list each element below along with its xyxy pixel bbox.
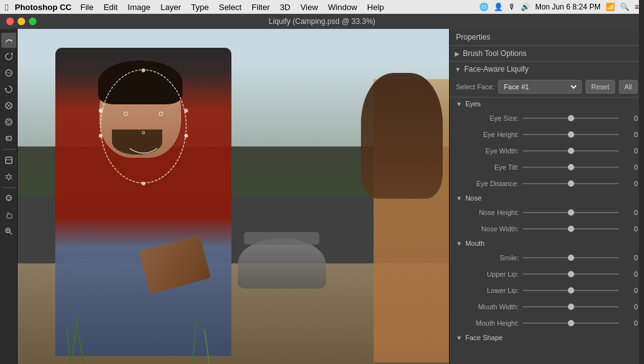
mouth-width-label: Mouth Width: xyxy=(456,303,519,311)
upper-lip-slider[interactable] xyxy=(523,273,619,275)
face-shape-header[interactable]: ▼ Face Shape xyxy=(450,331,644,344)
svg-point-35 xyxy=(142,182,145,185)
nose-height-row: Nose Height: 0 xyxy=(450,204,644,221)
menu-file[interactable]: File xyxy=(75,0,99,14)
menu-layer[interactable]: Layer xyxy=(155,0,186,14)
close-button[interactable] xyxy=(6,18,14,25)
wifi-icon: 📶 xyxy=(606,3,615,11)
reconstruct-tool[interactable] xyxy=(1,49,16,64)
nose-header[interactable]: ▼ Nose xyxy=(450,192,644,204)
smile-slider-container xyxy=(523,253,619,263)
datetime-display: Mon Jun 6 8:24 PM xyxy=(535,3,601,11)
reset-button[interactable]: Reset xyxy=(586,80,615,94)
search-icon[interactable]: 🔍 xyxy=(620,3,630,11)
minimize-button[interactable] xyxy=(18,18,25,25)
mouth-header[interactable]: ▼ Mouth xyxy=(450,237,644,250)
maximize-button[interactable] xyxy=(29,18,36,25)
forward-warp-tool[interactable] xyxy=(1,33,16,48)
eye-distance-slider[interactable] xyxy=(523,183,619,184)
svg-line-13 xyxy=(7,122,9,124)
push-left-tool[interactable] xyxy=(1,131,16,146)
nose-height-slider[interactable] xyxy=(523,212,619,213)
svg-line-11 xyxy=(7,120,9,122)
brush-tool-options-header[interactable]: ▶ Brush Tool Options xyxy=(450,46,644,61)
smile-value: 0 xyxy=(623,254,638,262)
menu-window[interactable]: Window xyxy=(323,0,362,14)
mouth-height-slider[interactable] xyxy=(523,323,619,324)
eye-distance-row: Eye Distance: 0 xyxy=(450,175,644,192)
window-title: Liquify (Camping.psd @ 33.3%) xyxy=(269,17,375,26)
all-button[interactable]: All xyxy=(619,80,638,94)
eye-size-value: 0 xyxy=(623,114,638,122)
eye-distance-label: Eye Distance: xyxy=(456,180,519,187)
bloat-tool[interactable] xyxy=(1,114,16,130)
svg-point-32 xyxy=(99,134,103,138)
toolbar-separator-2 xyxy=(3,187,15,188)
upper-lip-label: Upper Lip: xyxy=(456,270,519,278)
face-tool[interactable] xyxy=(1,191,16,206)
nose-title: Nose xyxy=(465,194,482,202)
mouth-width-value: 0 xyxy=(623,303,638,311)
menu-help[interactable]: Help xyxy=(362,0,389,14)
menu-type[interactable]: Type xyxy=(186,0,214,14)
menu-icon[interactable]: ≡ xyxy=(635,3,639,11)
eyes-header[interactable]: ▼ Eyes xyxy=(450,97,644,110)
face-aware-triangle: ▼ xyxy=(455,66,461,73)
pucker-tool[interactable] xyxy=(1,98,16,113)
face-aware-liquify-section: ▼ Face-Aware Liquify Select Face: Face #… xyxy=(450,62,644,97)
svg-marker-4 xyxy=(4,87,7,89)
brush-tool-options-title: Brush Tool Options xyxy=(463,49,526,58)
menu-edit[interactable]: Edit xyxy=(99,0,123,14)
svg-marker-1 xyxy=(11,52,13,56)
menu-select[interactable]: Select xyxy=(214,0,247,14)
eye-height-slider[interactable] xyxy=(523,134,619,135)
face-shape-triangle: ▼ xyxy=(456,334,462,341)
freeze-mask-tool[interactable] xyxy=(1,153,16,168)
eye-size-label: Eye Size: xyxy=(456,114,519,122)
menubar-right: 🌐 👤 🎙 🔊 Mon Jun 6 8:24 PM 📶 🔍 ≡ xyxy=(479,3,639,11)
eye-width-slider[interactable] xyxy=(523,150,619,152)
mouth-height-row: Mouth Height: 0 xyxy=(450,315,644,331)
eyes-title: Eyes xyxy=(465,100,480,108)
eye-size-slider[interactable] xyxy=(523,118,619,119)
menu-view[interactable]: View xyxy=(296,0,323,14)
eye-tilt-slider[interactable] xyxy=(523,167,619,168)
main-content: Properties ▶ Brush Tool Options ▼ Face-A… xyxy=(0,29,644,364)
traffic-lights xyxy=(6,18,36,25)
nose-width-row: Nose Width: 0 xyxy=(450,221,644,237)
menu-3d[interactable]: 3D xyxy=(275,0,296,14)
smile-slider[interactable] xyxy=(523,257,619,258)
upper-lip-value: 0 xyxy=(623,270,638,278)
zoom-tool[interactable] xyxy=(1,224,16,239)
twirl-clockwise-tool[interactable] xyxy=(1,82,16,97)
scroll-panel[interactable]: ▼ Eyes Eye Size: 0 Eye Height: 0 xyxy=(450,97,644,364)
face-select-dropdown[interactable]: Face #1 Face #2 xyxy=(498,80,582,94)
properties-header: Properties xyxy=(450,29,644,46)
eyes-triangle: ▼ xyxy=(456,101,462,108)
eye-size-slider-container xyxy=(523,113,619,123)
upper-lip-slider-container xyxy=(523,269,619,279)
mouth-height-slider-container xyxy=(523,318,619,328)
eye-height-label: Eye Height: xyxy=(456,131,519,138)
mouth-width-row: Mouth Width: 0 xyxy=(450,299,644,315)
mouth-width-slider[interactable] xyxy=(523,306,619,307)
menu-filter[interactable]: Filter xyxy=(247,0,275,14)
apple-menu[interactable]:  xyxy=(5,2,8,13)
thaw-mask-tool[interactable] xyxy=(1,169,16,184)
menu-image[interactable]: Image xyxy=(123,0,155,14)
canvas-area[interactable] xyxy=(18,29,449,364)
face-aware-liquify-header[interactable]: ▼ Face-Aware Liquify xyxy=(450,62,644,77)
right-panel-scrollbar[interactable] xyxy=(639,29,644,364)
nose-triangle: ▼ xyxy=(456,195,462,202)
toolbar-separator-1 xyxy=(3,149,15,150)
svg-point-33 xyxy=(184,109,188,113)
svg-line-23 xyxy=(9,233,12,235)
eye-height-slider-container xyxy=(523,130,619,140)
hand-tool[interactable] xyxy=(1,207,16,223)
nose-width-value: 0 xyxy=(623,225,638,233)
nose-width-slider[interactable] xyxy=(523,228,619,229)
smooth-tool[interactable] xyxy=(1,65,16,80)
title-bar: Liquify (Camping.psd @ 33.3%) xyxy=(0,14,644,29)
face-select[interactable]: Face #1 Face #2 xyxy=(501,82,579,91)
lower-lip-slider[interactable] xyxy=(523,290,619,291)
